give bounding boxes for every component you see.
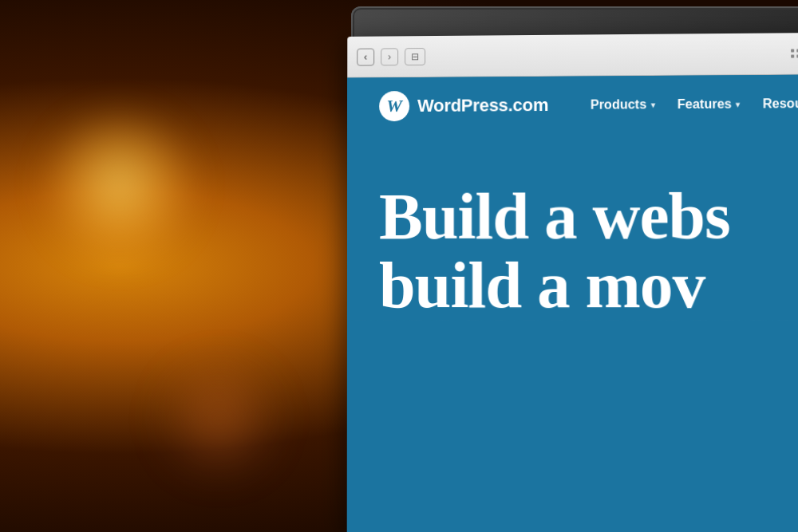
back-button[interactable]: ‹ [357, 48, 374, 65]
browser-chrome: ‹ › ⊟ + [347, 33, 798, 78]
forward-button[interactable]: › [381, 48, 398, 65]
hero-line-2: build a mov [379, 250, 798, 320]
nav-item-features[interactable]: Features ▾ [668, 90, 750, 118]
nav-item-products[interactable]: Products ▾ [581, 91, 665, 119]
device-frame: ‹ › ⊟ + [192, 0, 798, 532]
hero-title: Build a webs build a mov [379, 181, 798, 321]
grid-icon [791, 49, 798, 58]
chevron-down-icon: ▾ [736, 100, 740, 108]
wp-navbar: W WordPress.com Products ▾ Features ▾ Re… [347, 74, 798, 135]
hero-line-1: Build a webs [379, 181, 798, 251]
chevron-down-icon: ▾ [650, 100, 654, 109]
tab-grid-button[interactable] [787, 45, 798, 62]
wp-logo[interactable]: W WordPress.com [379, 90, 548, 121]
wp-logo-text: WordPress.com [417, 95, 548, 116]
wp-nav-items: Products ▾ Features ▾ Resources ▾ [581, 90, 798, 119]
wp-hero-section: Build a webs build a mov [347, 132, 798, 321]
nav-item-resources[interactable]: Resources ▾ [753, 90, 798, 118]
website-content: W WordPress.com Products ▾ Features ▾ Re… [347, 74, 798, 532]
device-screen: ‹ › ⊟ + [347, 33, 798, 532]
wordpress-logo-icon: W [379, 91, 409, 121]
browser-spacer [432, 53, 780, 56]
tab-switcher-button[interactable]: ⊟ [405, 48, 425, 65]
